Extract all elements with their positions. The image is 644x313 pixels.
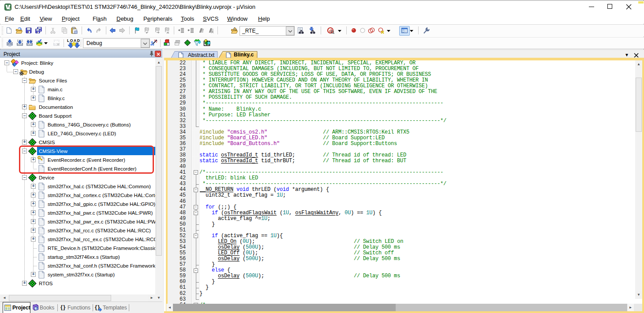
svg-text:5: 5 [9, 7, 11, 11]
svg-text:?: ? [35, 306, 37, 311]
